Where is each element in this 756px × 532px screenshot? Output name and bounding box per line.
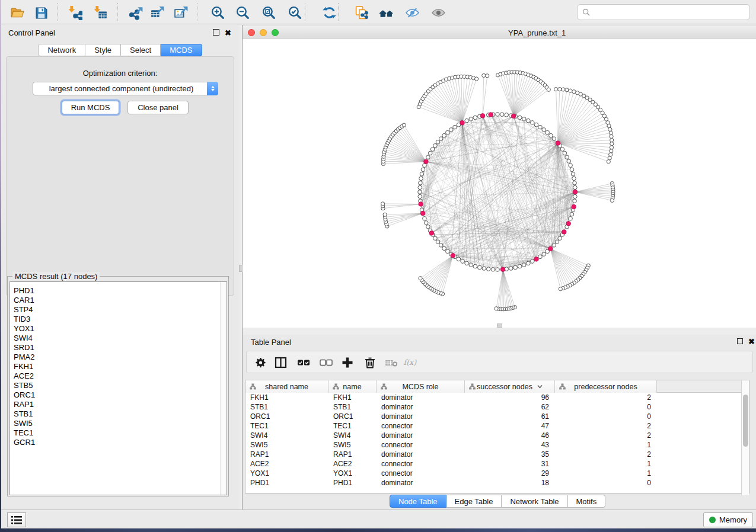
tab-edge-table[interactable]: Edge Table [446, 495, 502, 508]
table-row[interactable]: ACE2ACE2connector311 [245, 459, 744, 469]
tab-network-table[interactable]: Network Table [502, 495, 567, 508]
delete-columns-button[interactable] [362, 354, 378, 371]
tab-mcds[interactable]: MCDS [161, 44, 202, 56]
float-table-panel-icon[interactable] [737, 338, 743, 344]
result-node[interactable]: CAR1 [10, 296, 227, 305]
table-row[interactable]: FKH1FKH1dominator962 [245, 393, 744, 402]
result-node[interactable]: SWI4 [10, 334, 227, 343]
table-row[interactable]: ORC1ORC1dominator610 [245, 412, 744, 421]
result-scrollbar[interactable] [220, 282, 227, 495]
result-node[interactable]: PHD1 [10, 286, 227, 296]
result-node[interactable]: SRD1 [10, 343, 227, 352]
refresh-button[interactable] [320, 4, 338, 21]
tab-select[interactable]: Select [121, 44, 161, 56]
zoom-in-button[interactable] [209, 4, 227, 21]
column-header-predecessor-nodes[interactable]: predecessor nodes [555, 380, 657, 393]
export-table-button[interactable] [148, 4, 166, 21]
zoom-out-button[interactable] [234, 4, 251, 21]
result-node[interactable]: TID3 [10, 315, 227, 324]
cell: STB1 [245, 402, 328, 412]
network-view-titlebar[interactable]: YPA_prune.txt_1 [243, 25, 756, 39]
result-node[interactable]: ORC1 [10, 390, 227, 400]
horizontal-splitter[interactable] [243, 328, 756, 335]
cell: 35 [465, 450, 555, 459]
copy-network-icon [354, 5, 369, 20]
close-window-button[interactable] [248, 29, 255, 36]
cell: dominator [377, 412, 465, 421]
table-row[interactable]: RAP1RAP1dominator352 [245, 450, 744, 459]
table-row[interactable]: SWI5SWI5connector431 [245, 440, 744, 450]
search-icon [582, 8, 590, 16]
close-panel-icon[interactable]: ✖ [225, 28, 231, 37]
export-network-button[interactable] [127, 4, 145, 21]
export-image-button[interactable] [172, 4, 190, 21]
table-row[interactable]: YOX1YOX1connector291 [245, 469, 744, 478]
tab-node-table[interactable]: Node Table [390, 495, 446, 508]
unselect-all-columns-button[interactable] [318, 354, 334, 371]
result-node[interactable]: STB1 [10, 409, 227, 419]
memory-button[interactable]: Memory [703, 512, 753, 527]
open-icon [10, 5, 25, 20]
table-row[interactable]: STB1STB1dominator620 [245, 402, 744, 412]
table-scrollbar[interactable] [741, 380, 749, 495]
run-mcds-button[interactable]: Run MCDS [62, 101, 119, 114]
result-node[interactable]: TEC1 [10, 428, 227, 438]
column-header-successor-nodes[interactable]: successor nodes [465, 380, 555, 393]
node-table: shared namenameMCDS rolesuccessor nodesp… [245, 380, 749, 493]
minimize-window-button[interactable] [260, 29, 267, 36]
float-panel-icon[interactable] [213, 29, 219, 36]
mcds-result-list[interactable]: PHD1CAR1STP4TID3YOX1SWI4SRD1PMA2FKH1ACE2… [9, 281, 227, 495]
import-table-button[interactable] [91, 4, 109, 21]
result-node[interactable]: GCR1 [10, 438, 227, 447]
table-row[interactable]: SWI4SWI4dominator462 [245, 431, 744, 440]
tab-motifs[interactable]: Motifs [568, 495, 606, 508]
tab-network[interactable]: Network [38, 44, 85, 56]
cell: 2 [555, 393, 657, 402]
splitter-grip[interactable] [497, 323, 502, 328]
close-panel-button[interactable]: Close panel [127, 101, 189, 114]
column-header-shared-name[interactable]: shared name [245, 380, 328, 393]
hide-selected-button[interactable] [403, 4, 421, 21]
close-table-panel-icon[interactable]: ✖ [748, 337, 755, 346]
split-columns-button[interactable] [273, 354, 289, 371]
show-all-icon [431, 5, 446, 20]
add-column-button[interactable] [339, 354, 356, 371]
result-node[interactable]: PMA2 [10, 352, 227, 362]
zoom-fit-button[interactable] [260, 4, 277, 21]
zoom-selected-icon [288, 5, 302, 20]
table-row[interactable]: PHD1PHD1dominator180 [245, 478, 744, 488]
zoom-selected-button[interactable] [286, 4, 304, 21]
result-node[interactable]: STP4 [10, 305, 227, 315]
control-panel-tabs: NetworkStyleSelectMCDS [1, 44, 239, 56]
cell: YOX1 [328, 469, 377, 478]
column-header-MCDS-role[interactable]: MCDS role [377, 380, 465, 393]
cell: ACE2 [245, 459, 328, 469]
tab-style[interactable]: Style [85, 44, 121, 56]
result-node[interactable]: ACE2 [10, 371, 227, 381]
first-neighbors-button[interactable] [377, 4, 395, 21]
result-node[interactable]: STB5 [10, 381, 227, 390]
copy-network-button[interactable] [352, 4, 370, 21]
show-all-button[interactable] [429, 4, 447, 21]
result-node[interactable]: RAP1 [10, 400, 227, 409]
zoom-out-icon [235, 5, 250, 20]
sort-descending-icon [537, 384, 543, 389]
table-row[interactable]: TEC1TEC1connector472 [245, 421, 744, 431]
zoom-window-button[interactable] [272, 29, 279, 36]
export-network-icon [129, 5, 143, 20]
column-header-name[interactable]: name [328, 380, 377, 393]
search-input[interactable] [577, 4, 750, 20]
save-button[interactable] [32, 4, 50, 21]
task-history-button[interactable] [7, 512, 26, 527]
cell: 1 [555, 469, 657, 478]
select-all-columns-button[interactable] [295, 354, 312, 371]
result-node[interactable]: SWI5 [10, 419, 227, 428]
open-button[interactable] [8, 4, 26, 21]
table-scrollbar-thumb[interactable] [743, 395, 748, 447]
result-node[interactable]: YOX1 [10, 324, 227, 334]
result-node[interactable]: FKH1 [10, 362, 227, 371]
criterion-select[interactable]: largest connected component (undirected) [33, 82, 218, 95]
import-network-button[interactable] [66, 4, 84, 21]
settings-button[interactable] [253, 354, 269, 371]
network-canvas[interactable] [243, 39, 755, 331]
